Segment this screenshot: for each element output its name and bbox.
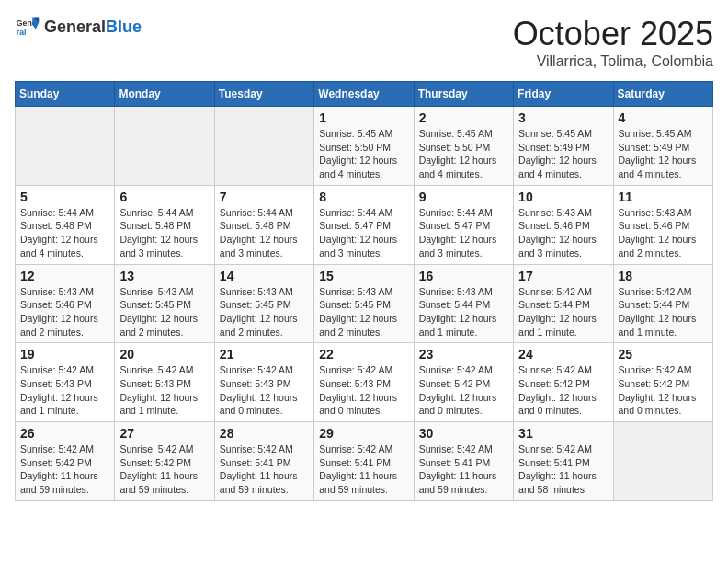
day-info: Sunrise: 5:44 AM Sunset: 5:48 PM Dayligh… <box>20 206 109 260</box>
calendar-cell: 18Sunrise: 5:42 AM Sunset: 5:44 PM Dayli… <box>613 264 712 343</box>
day-info: Sunrise: 5:43 AM Sunset: 5:46 PM Dayligh… <box>619 206 708 260</box>
calendar-cell: 28Sunrise: 5:42 AM Sunset: 5:41 PM Dayli… <box>214 422 313 501</box>
weekday-header-sunday: Sunday <box>16 82 115 107</box>
day-info: Sunrise: 5:43 AM Sunset: 5:45 PM Dayligh… <box>319 285 408 339</box>
day-info: Sunrise: 5:42 AM Sunset: 5:43 PM Dayligh… <box>319 363 408 418</box>
calendar-cell: 24Sunrise: 5:42 AM Sunset: 5:42 PM Dayli… <box>514 343 613 422</box>
day-info: Sunrise: 5:42 AM Sunset: 5:44 PM Dayligh… <box>518 285 608 339</box>
day-info: Sunrise: 5:43 AM Sunset: 5:45 PM Dayligh… <box>119 285 209 339</box>
logo-blue-text: Blue <box>106 17 142 36</box>
day-number: 6 <box>119 190 209 204</box>
calendar-cell: 29Sunrise: 5:42 AM Sunset: 5:41 PM Dayli… <box>314 422 414 501</box>
location-text: Villarrica, Tolima, Colombia <box>513 53 713 70</box>
day-number: 30 <box>419 426 508 441</box>
calendar-header: SundayMondayTuesdayWednesdayThursdayFrid… <box>16 82 713 107</box>
calendar-week-1: 1Sunrise: 5:45 AM Sunset: 5:50 PM Daylig… <box>16 107 713 186</box>
calendar-cell: 1Sunrise: 5:45 AM Sunset: 5:50 PM Daylig… <box>314 107 414 186</box>
weekday-header-tuesday: Tuesday <box>214 82 313 107</box>
day-info: Sunrise: 5:45 AM Sunset: 5:50 PM Dayligh… <box>319 127 408 181</box>
day-number: 1 <box>319 110 408 125</box>
weekday-header-friday: Friday <box>514 82 613 107</box>
page-header: Gene ral GeneralBlue October 2025 Villar… <box>15 15 713 70</box>
weekday-header-wednesday: Wednesday <box>314 82 414 107</box>
day-number: 27 <box>119 426 209 441</box>
weekday-header-saturday: Saturday <box>613 82 712 107</box>
day-number: 16 <box>419 269 508 283</box>
day-info: Sunrise: 5:43 AM Sunset: 5:45 PM Dayligh… <box>220 285 309 339</box>
logo-icon: Gene ral <box>15 15 40 40</box>
day-number: 22 <box>319 347 408 362</box>
day-info: Sunrise: 5:44 AM Sunset: 5:48 PM Dayligh… <box>119 206 209 260</box>
calendar-cell: 3Sunrise: 5:45 AM Sunset: 5:49 PM Daylig… <box>514 107 613 186</box>
day-info: Sunrise: 5:42 AM Sunset: 5:43 PM Dayligh… <box>119 363 209 418</box>
calendar-cell: 12Sunrise: 5:43 AM Sunset: 5:46 PM Dayli… <box>16 264 115 343</box>
day-info: Sunrise: 5:42 AM Sunset: 5:42 PM Dayligh… <box>619 363 708 418</box>
day-number: 8 <box>319 190 408 204</box>
calendar-cell: 6Sunrise: 5:44 AM Sunset: 5:48 PM Daylig… <box>115 185 214 264</box>
calendar-cell: 10Sunrise: 5:43 AM Sunset: 5:46 PM Dayli… <box>514 185 613 264</box>
day-number: 23 <box>419 347 508 362</box>
day-info: Sunrise: 5:42 AM Sunset: 5:43 PM Dayligh… <box>220 363 309 418</box>
weekday-header-thursday: Thursday <box>414 82 513 107</box>
svg-text:ral: ral <box>17 28 27 37</box>
day-number: 24 <box>518 347 608 362</box>
day-number: 31 <box>518 426 608 441</box>
calendar-cell: 2Sunrise: 5:45 AM Sunset: 5:50 PM Daylig… <box>414 107 513 186</box>
calendar-cell <box>613 422 712 501</box>
calendar-cell: 26Sunrise: 5:42 AM Sunset: 5:42 PM Dayli… <box>16 422 115 501</box>
calendar-cell: 16Sunrise: 5:43 AM Sunset: 5:44 PM Dayli… <box>414 264 513 343</box>
day-info: Sunrise: 5:42 AM Sunset: 5:42 PM Dayligh… <box>119 442 209 497</box>
day-info: Sunrise: 5:44 AM Sunset: 5:48 PM Dayligh… <box>220 206 309 260</box>
day-number: 19 <box>20 347 109 362</box>
day-info: Sunrise: 5:43 AM Sunset: 5:46 PM Dayligh… <box>518 206 608 260</box>
calendar-cell <box>214 107 313 186</box>
calendar-cell: 31Sunrise: 5:42 AM Sunset: 5:41 PM Dayli… <box>514 422 613 501</box>
calendar-cell: 5Sunrise: 5:44 AM Sunset: 5:48 PM Daylig… <box>16 185 115 264</box>
day-info: Sunrise: 5:43 AM Sunset: 5:44 PM Dayligh… <box>419 285 508 339</box>
calendar-cell: 21Sunrise: 5:42 AM Sunset: 5:43 PM Dayli… <box>214 343 313 422</box>
calendar-cell: 15Sunrise: 5:43 AM Sunset: 5:45 PM Dayli… <box>314 264 414 343</box>
calendar-cell: 8Sunrise: 5:44 AM Sunset: 5:47 PM Daylig… <box>314 185 414 264</box>
day-info: Sunrise: 5:43 AM Sunset: 5:46 PM Dayligh… <box>20 285 109 339</box>
day-number: 12 <box>20 269 109 283</box>
day-number: 13 <box>119 269 209 283</box>
day-info: Sunrise: 5:42 AM Sunset: 5:41 PM Dayligh… <box>518 442 608 497</box>
day-info: Sunrise: 5:42 AM Sunset: 5:42 PM Dayligh… <box>419 363 508 418</box>
day-info: Sunrise: 5:42 AM Sunset: 5:43 PM Dayligh… <box>20 363 109 418</box>
calendar-cell: 23Sunrise: 5:42 AM Sunset: 5:42 PM Dayli… <box>414 343 513 422</box>
calendar-cell: 13Sunrise: 5:43 AM Sunset: 5:45 PM Dayli… <box>115 264 214 343</box>
calendar-cell: 7Sunrise: 5:44 AM Sunset: 5:48 PM Daylig… <box>214 185 313 264</box>
calendar-week-3: 12Sunrise: 5:43 AM Sunset: 5:46 PM Dayli… <box>16 264 713 343</box>
day-number: 15 <box>319 269 408 283</box>
day-number: 10 <box>518 190 608 204</box>
day-info: Sunrise: 5:42 AM Sunset: 5:41 PM Dayligh… <box>419 442 508 497</box>
day-number: 4 <box>619 110 708 125</box>
title-block: October 2025 Villarrica, Tolima, Colombi… <box>513 15 713 70</box>
day-info: Sunrise: 5:44 AM Sunset: 5:47 PM Dayligh… <box>419 206 508 260</box>
day-info: Sunrise: 5:42 AM Sunset: 5:42 PM Dayligh… <box>518 363 608 418</box>
day-info: Sunrise: 5:42 AM Sunset: 5:44 PM Dayligh… <box>619 285 708 339</box>
day-info: Sunrise: 5:45 AM Sunset: 5:49 PM Dayligh… <box>518 127 608 181</box>
calendar-week-2: 5Sunrise: 5:44 AM Sunset: 5:48 PM Daylig… <box>16 185 713 264</box>
day-number: 18 <box>619 269 708 283</box>
day-number: 3 <box>518 110 608 125</box>
day-number: 17 <box>518 269 608 283</box>
day-info: Sunrise: 5:42 AM Sunset: 5:41 PM Dayligh… <box>319 442 408 497</box>
calendar-table: SundayMondayTuesdayWednesdayThursdayFrid… <box>15 81 713 501</box>
calendar-week-5: 26Sunrise: 5:42 AM Sunset: 5:42 PM Dayli… <box>16 422 713 501</box>
logo-general-text: General <box>44 17 106 36</box>
day-number: 21 <box>220 347 309 362</box>
weekday-header-monday: Monday <box>115 82 214 107</box>
calendar-cell: 17Sunrise: 5:42 AM Sunset: 5:44 PM Dayli… <box>514 264 613 343</box>
day-number: 11 <box>619 190 708 204</box>
day-number: 29 <box>319 426 408 441</box>
calendar-cell: 30Sunrise: 5:42 AM Sunset: 5:41 PM Dayli… <box>414 422 513 501</box>
calendar-cell: 22Sunrise: 5:42 AM Sunset: 5:43 PM Dayli… <box>314 343 414 422</box>
day-number: 28 <box>220 426 309 441</box>
day-number: 25 <box>619 347 708 362</box>
calendar-cell: 4Sunrise: 5:45 AM Sunset: 5:49 PM Daylig… <box>613 107 712 186</box>
calendar-cell <box>115 107 214 186</box>
day-info: Sunrise: 5:45 AM Sunset: 5:49 PM Dayligh… <box>619 127 708 181</box>
calendar-cell: 9Sunrise: 5:44 AM Sunset: 5:47 PM Daylig… <box>414 185 513 264</box>
day-number: 20 <box>119 347 209 362</box>
